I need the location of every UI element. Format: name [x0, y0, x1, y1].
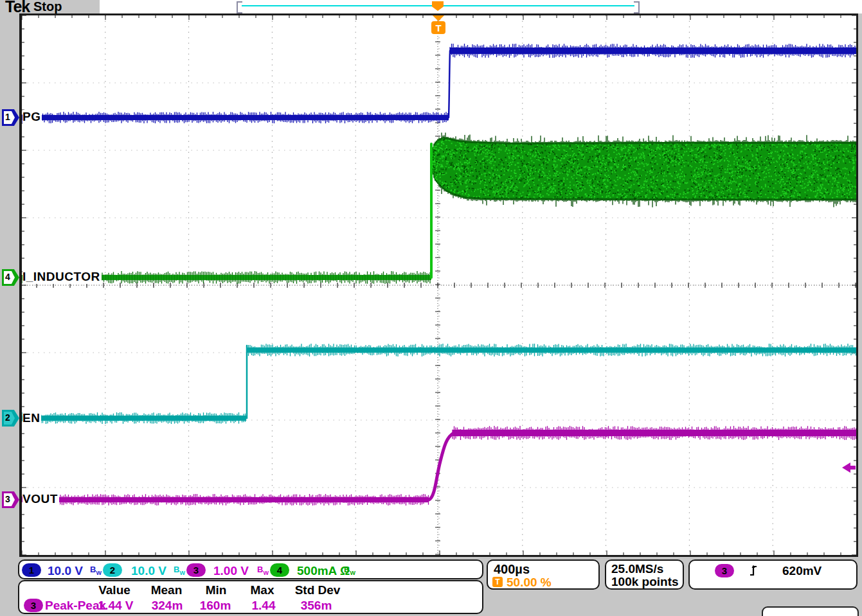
channel-3-marker-number: 3	[2, 494, 13, 504]
channel-2-badge[interactable]: 2	[103, 563, 122, 577]
channel-3-bandwidth-icon: BW	[257, 565, 269, 576]
acquisition-status: Stop	[33, 0, 62, 14]
trigger-t-icon: T	[492, 577, 503, 587]
channel-3-marker[interactable]: 3	[2, 491, 19, 508]
channel-1-bandwidth-icon: BW	[90, 565, 102, 576]
channel-4-badge[interactable]: 4	[270, 563, 289, 577]
meas-header-max: Max	[251, 583, 274, 597]
meas-value: 1.44 V	[98, 599, 134, 613]
record-view-left-bracket-icon	[237, 1, 242, 13]
channel-1-badge[interactable]: 1	[22, 563, 41, 577]
channel-4-marker[interactable]: 4	[2, 269, 19, 286]
channel-2-bandwidth-icon: BW	[174, 565, 185, 576]
svg-text:T: T	[435, 22, 441, 33]
meas-header-mean: Mean	[151, 583, 183, 597]
waveform-label-pg: PG	[22, 110, 42, 124]
meas-header-stddev: Std Dev	[295, 583, 341, 597]
channel-2-marker[interactable]: 2	[2, 410, 19, 427]
sample-rate: 25.0MS/s	[611, 562, 663, 576]
waveform-label-en: EN	[22, 411, 41, 425]
waveform-label-i-inductor: I_INDUCTOR	[22, 270, 102, 284]
waveform-plot: T	[22, 15, 856, 555]
trigger-level: 620mV	[782, 564, 822, 578]
channel-readout-box[interactable]: 1 10.0 V BW 2 10.0 V BW 3 1.00 V BW 4 50…	[18, 559, 483, 579]
timebase-box[interactable]: 400µs T 50.00 %	[487, 559, 600, 590]
clipped-info-box	[762, 606, 859, 616]
meas-stddev: 356m	[301, 599, 332, 613]
channel-3-scale: 1.00 V	[213, 564, 249, 578]
trigger-box[interactable]: 3 620mV	[688, 559, 858, 590]
meas-header-min: Min	[206, 583, 227, 597]
meas-name: Peak-Peak	[45, 599, 106, 613]
meas-max: 1.44	[252, 599, 276, 613]
meas-mean: 324m	[152, 599, 183, 613]
trigger-position-percent: 50.00 %	[507, 576, 552, 590]
channel-2-marker-number: 2	[2, 412, 13, 423]
channel-4-bandwidth-icon: BW	[344, 565, 355, 576]
channel-1-scale: 10.0 V	[48, 564, 83, 578]
trigger-source-badge: 3	[715, 564, 734, 577]
channel-1-marker-number: 1	[2, 112, 13, 122]
acquisition-box[interactable]: 25.0MS/s 100k points	[605, 559, 684, 590]
oscilloscope-display: Tek Stop T PG I_INDUCTOR EN VOUT 1 4 2 3…	[0, 0, 862, 616]
meas-header-value: Value	[98, 583, 130, 597]
measurement-box[interactable]: Value Mean Min Max Std Dev 3 Peak-Peak 1…	[18, 580, 483, 614]
channel-1-marker[interactable]: 1	[2, 109, 19, 126]
waveform-label-vout: VOUT	[22, 492, 59, 506]
channel-3-badge[interactable]: 3	[186, 563, 206, 577]
meas-source-badge: 3	[24, 599, 43, 612]
record-length: 100k points	[611, 575, 679, 589]
meas-min: 160m	[200, 599, 231, 613]
channel-4-marker-number: 4	[2, 272, 13, 282]
record-view-right-bracket-icon	[634, 1, 640, 13]
channel-4-scale: 500mA Ω	[297, 564, 350, 578]
rising-edge-icon	[749, 564, 758, 577]
waveform-display-area: T	[19, 13, 858, 557]
channel-2-scale: 10.0 V	[131, 564, 166, 578]
timebase-scale: 400µs	[494, 562, 530, 577]
